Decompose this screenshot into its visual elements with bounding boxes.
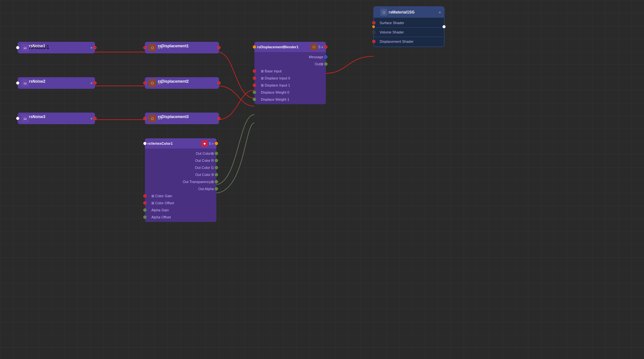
rsDisplacementBlender1-title: rsDisplacementBlender1 [257,45,298,49]
rsNoise3-icon: 🗂 [21,115,29,122]
rsVertexColor1-outTransparency-connector[interactable] [215,180,218,183]
rsDisplacement3-left-connector[interactable] [143,117,147,120]
rsDisplacement1-icon: ⬡ [148,44,156,51]
rsDisplacement1-menu-icon: ≡ [161,46,163,50]
rsVertexColor1-outColorB-connector[interactable] [215,173,218,176]
rsDisplacement3-icon: ⬡ [148,115,156,122]
rsVertexColor1-outTransparency-label: Out Transparency⊞ [183,180,214,184]
rsNoise1-menu-icon: ≡ [90,46,92,50]
rsNoise2-right-connector[interactable] [93,81,97,85]
rsDisplacement2-s-icon: S [158,81,160,85]
rsDisplacementBlender1-displaceWeight0-connector[interactable] [253,91,256,94]
rsDisplacement3-menu-icon: ≡ [161,117,163,120]
rsVertexColor1-alphaGain-connector[interactable] [143,208,147,212]
rsNoise1-right-connector[interactable] [93,46,97,49]
rsDisplacement3-node: ⬡ S ≡ [145,113,219,124]
rsVertexColor1-colorOffset-connector[interactable] [143,201,147,205]
rsMaterial1SG-volumeShader-label: Volume Shader [377,30,404,34]
rsNoise2-node: 🗂 ≡ [18,77,95,89]
rsDisplacementBlender1-message-label: Message [309,55,323,59]
rsDisplacement2-left-connector[interactable] [143,81,147,85]
rsNoise3-right-connector[interactable] [93,117,97,120]
rsNoise1-icon: 🗂 [21,44,29,51]
rsVertexColor1-s-icon: S [209,142,211,145]
rsNoise3-icons: 🗂 [20,115,30,122]
rsVertexColor1-alphaOffset-connector[interactable] [143,216,147,219]
rsDisplacementBlender1-out-connector[interactable] [324,62,327,66]
rsMaterial1SG-node: ⬡ rsMaterial1SG ≡ Surface Shader Volume … [374,6,444,47]
rsNoise2-menu-icon: ≡ [90,81,92,85]
rsVertexColor1-outAlpha-label: Out Alpha [198,187,214,191]
rsDisplacementBlender1-node: rsDisplacementBlender1 ⬡ S ≡ Message Out… [254,42,326,104]
rsDisplacement3-s-icon: S [158,117,160,120]
rsMaterial1SG-menu-icon: ≡ [439,11,441,14]
rsVertexColor1-colorGain-connector[interactable] [143,194,147,198]
rsNoise2-icon: 🗂 [21,79,29,87]
rsVertexColor1-outColorG-label: Out Color G [195,166,214,170]
rsDisplacement2-node: ⬡ S ≡ [145,77,219,89]
rsVertexColor1-outColorR-label: Out Color R [195,159,214,162]
rsVertexColor1-outColor-label: Out Color⊞ [196,152,214,156]
rsVertexColor1-right-header-connector[interactable] [215,142,218,145]
rsDisplacement1-node: ⬡ S ≡ [145,42,219,53]
rsNoise2-icons: 🗂 [20,79,30,87]
rsNoise1-icons: 🗂 [20,44,30,51]
rsNoise3-node: 🗂 ≡ [18,113,95,124]
rsDisplacement1-s-icon: S [158,46,160,50]
rsVertexColor1-alphaOffset-label: Alpha Offset [147,215,171,219]
rsVertexColor1-outColor-connector[interactable] [215,152,218,155]
rsMaterial1SG-icon: ⬡ [380,9,387,16]
rsDisplacementBlender1-displaceInput0-label: ⊞ Displace Input 0 [257,76,290,80]
rsVertexColor1-menu-icon: ≡ [212,142,214,145]
rsDisplacementBlender1-baseInput-label: ⊞ Base Input [257,69,282,73]
rsDisplacement2-right-connector[interactable] [217,81,221,85]
rsDisplacementBlender1-displaceWeight1-label: Displace Weight 1 [257,97,289,101]
rsDisplacementBlender1-message-connector[interactable] [324,55,327,59]
rsVertexColor1-title: rsVertexColor1 [147,142,173,145]
rsMaterial1SG-title: rsMaterial1SG [389,10,415,14]
rsDisplacementBlender1-displaceInput1-connector[interactable] [253,84,256,87]
rsDisplacement1-left-connector[interactable] [143,46,147,49]
rsNoise1-title: rsNoise1 [29,44,49,50]
rsDisplacementBlender1-left-connector[interactable] [253,45,256,49]
rsVertexColor1-icon: ◆ [201,140,208,147]
rsNoise1-node: 🗂 ≡ rsNoise1 [18,42,95,53]
rsVertexColor1-colorGain-label: ⊞ Color Gain [147,194,172,198]
rsVertexColor1-outAlpha-connector[interactable] [215,187,218,190]
rsDisplacement1-right-connector[interactable] [217,46,221,49]
rsVertexColor1-left-connector[interactable] [143,142,147,145]
rsNoise3-left-connector[interactable] [16,117,19,120]
rsDisplacementBlender1-displaceInput1-label: ⊞ Displace Input 1 [257,83,290,87]
rsDisplacement1-icons: ⬡ S ≡ [147,44,163,51]
rsNoise3-menu-icon: ≡ [90,117,92,120]
rsVertexColor1-outColorB-label: Out Color B [195,173,214,177]
rsDisplacement3-icons: ⬡ S ≡ [147,115,163,122]
rsDisplacementBlender1-displaceWeight0-label: Displace Weight 0 [257,90,289,94]
rsNoise1-left-connector[interactable] [16,46,19,49]
rsDisplacementBlender1-baseInput-connector[interactable] [253,69,256,73]
rsMaterial1SG-surfaceShader-connector[interactable] [372,21,375,24]
rsDisplacementBlender1-s-icon: S [318,45,320,49]
rsDisplacement2-icons: ⬡ S ≡ [147,79,163,87]
rsVertexColor1-colorOffset-label: ⊞ Color Offset [147,201,174,205]
rsMaterial1SG-displacementShader-connector[interactable] [372,40,375,43]
rsMaterial1SG-displacementShader-label: Displacement Shader [377,40,413,43]
rsVertexColor1-outColorR-connector[interactable] [215,159,218,162]
rsVertexColor1-node: rsVertexColor1 ◆ S ≡ Out Color⊞ Out Colo… [145,138,216,222]
rsDisplacement3-right-connector[interactable] [217,117,221,120]
rsDisplacementBlender1-displaceInput0-connector[interactable] [253,77,256,80]
rsDisplacementBlender1-displaceWeight1-connector[interactable] [253,98,256,101]
rsDisplacement2-icon: ⬡ [148,79,156,87]
rsNoise2-left-connector[interactable] [16,81,19,85]
rsMaterial1SG-surfaceShader-label: Surface Shader [377,21,404,25]
rsDisplacementBlender1-right-connector[interactable] [324,45,327,49]
rsDisplacementBlender1-out-label: Out⊞ [315,62,323,66]
rsVertexColor1-outColorG-connector[interactable] [215,166,218,169]
rsDisplacement2-menu-icon: ≡ [161,81,163,85]
rsDisplacementBlender1-icon: ⬡ [311,44,317,50]
rsMaterial1SG-volumeShader-connector[interactable] [372,31,375,34]
rsDisplacementBlender1-menu-icon: ≡ [321,45,323,49]
rsVertexColor1-alphaGain-label: Alpha Gain [147,208,169,212]
